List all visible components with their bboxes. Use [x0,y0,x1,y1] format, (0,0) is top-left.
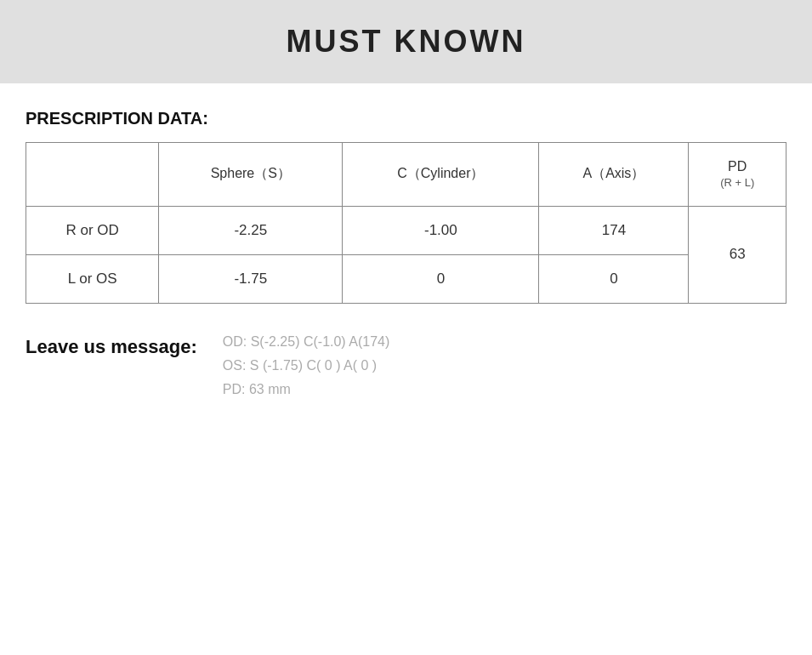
page-title: MUST KNOWN [287,24,526,59]
cell-os-sphere: -1.75 [159,254,343,303]
prescription-table: Sphere（S） C（Cylinder） A（Axis） PD (R + L) [26,142,786,304]
table-row: L or OS -1.75 0 0 [26,254,786,303]
cell-os-cylinder: 0 [343,254,539,303]
col-header-cylinder: C（Cylinder） [343,143,539,207]
leave-message-section: Leave us message: OD: S(-2.25) C(-1.0) A… [26,334,786,397]
cell-od-axis: 174 [539,206,689,254]
cell-pd: 63 [689,206,786,303]
col-header-sphere: Sphere（S） [159,143,343,207]
table-header-row: Sphere（S） C（Cylinder） A（Axis） PD (R + L) [26,143,786,207]
message-line-pd: PD: 63 mm [223,382,390,397]
table-row: R or OD -2.25 -1.00 174 63 [26,206,786,254]
section-label: PRESCRIPTION DATA: [26,109,786,128]
cell-od-sphere: -2.25 [159,206,343,254]
col-header-axis: A（Axis） [539,143,689,207]
message-lines: OD: S(-2.25) C(-1.0) A(174) OS: S (-1.75… [223,334,390,397]
leave-message-label: Leave us message: [26,334,197,358]
col-header-empty [26,143,159,207]
cell-os-axis: 0 [539,254,689,303]
row-label-od: R or OD [26,206,159,254]
col-header-pd: PD (R + L) [689,143,786,207]
row-label-os: L or OS [26,254,159,303]
header-banner: MUST KNOWN [0,0,812,83]
main-content: PRESCRIPTION DATA: Sphere（S） C（Cylinder）… [0,109,812,397]
message-line-os: OS: S (-1.75) C( 0 ) A( 0 ) [223,358,390,373]
cell-od-cylinder: -1.00 [343,206,539,254]
message-line-od: OD: S(-2.25) C(-1.0) A(174) [223,334,390,350]
